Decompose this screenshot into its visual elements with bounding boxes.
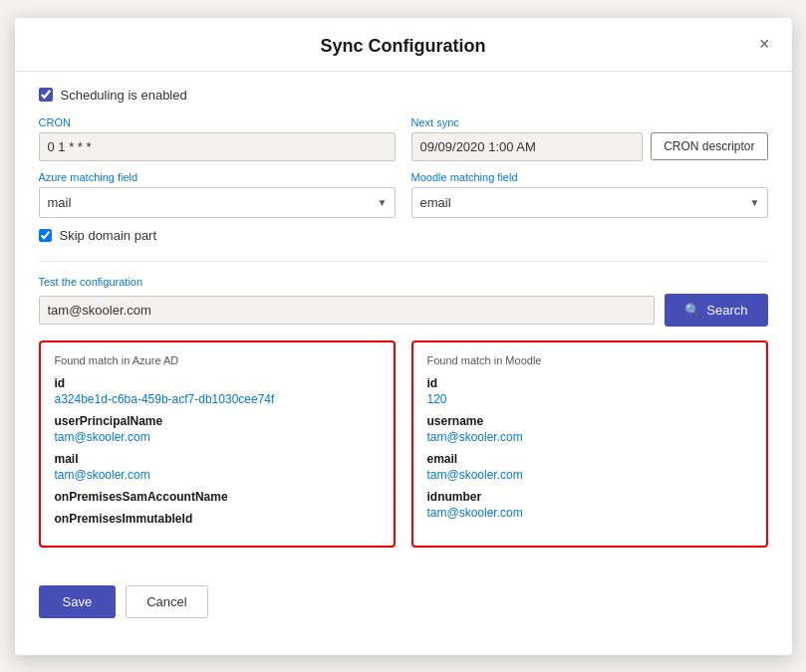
moodle-field-id-value: 120 [427, 392, 447, 406]
azure-matching-label: Azure matching field [39, 171, 396, 183]
azure-field-id: id a324be1d-c6ba-459b-acf7-db1030cee74f [55, 376, 380, 406]
cron-label: CRON [39, 116, 396, 128]
moodle-field-email-value: tam@skooler.com [427, 468, 523, 482]
cron-input[interactable] [39, 132, 396, 161]
moodle-field-username-value: tam@skooler.com [427, 430, 523, 444]
moodle-field-username: username tam@skooler.com [427, 414, 752, 444]
azure-result-box: Found match in Azure AD id a324be1d-c6ba… [39, 340, 396, 548]
divider [39, 261, 768, 262]
search-button-label: Search [706, 303, 747, 318]
next-sync-field-group: Next sync CRON descriptor [411, 116, 768, 161]
test-email-input[interactable] [39, 296, 656, 325]
modal-body: Scheduling is enabled CRON Next sync CRO… [15, 72, 792, 581]
azure-field-id-value: a324be1d-c6ba-459b-acf7-db1030cee74f [55, 392, 275, 406]
search-row: 🔍 Search [39, 294, 768, 327]
scheduling-checkbox[interactable] [39, 88, 53, 102]
azure-matching-group: Azure matching field mail userPrincipalN… [39, 171, 396, 218]
azure-matching-select[interactable]: mail userPrincipalName onPremisesSamAcco… [39, 187, 396, 218]
azure-matching-select-wrapper: mail userPrincipalName onPremisesSamAcco… [39, 187, 396, 218]
azure-field-id-name: id [55, 376, 380, 390]
azure-field-upn-name: userPrincipalName [55, 414, 380, 428]
cron-nextsync-row: CRON Next sync CRON descriptor [39, 116, 768, 161]
azure-field-sam: onPremisesSamAccountName [55, 490, 380, 504]
moodle-field-username-name: username [427, 414, 752, 428]
moodle-field-idnumber-name: idnumber [427, 490, 752, 504]
footer-buttons: Save Cancel [15, 585, 792, 618]
close-button[interactable]: × [753, 31, 776, 57]
moodle-field-idnumber-value: tam@skooler.com [427, 506, 523, 520]
moodle-result-box: Found match in Moodle id 120 username ta… [411, 340, 768, 548]
next-sync-input[interactable] [411, 132, 644, 161]
search-button[interactable]: 🔍 Search [665, 294, 767, 327]
moodle-field-idnumber: idnumber tam@skooler.com [427, 490, 752, 520]
save-button[interactable]: Save [39, 585, 117, 618]
azure-field-immutable-name: onPremisesImmutableId [55, 512, 380, 526]
moodle-matching-select[interactable]: email username idnumber [411, 187, 768, 218]
azure-field-upn: userPrincipalName tam@skooler.com [55, 414, 380, 444]
moodle-result-title: Found match in Moodle [427, 354, 752, 366]
cron-field-group: CRON [39, 116, 396, 161]
moodle-field-id: id 120 [427, 376, 752, 406]
scheduling-row: Scheduling is enabled [39, 88, 768, 103]
skip-domain-checkbox[interactable] [39, 229, 52, 242]
test-config-label: Test the configuration [39, 276, 768, 288]
skip-domain-row: Skip domain part [39, 228, 768, 243]
azure-field-sam-name: onPremisesSamAccountName [55, 490, 380, 504]
skip-domain-label: Skip domain part [60, 228, 157, 243]
matching-fields-row: Azure matching field mail userPrincipalN… [39, 171, 768, 218]
modal-header: Sync Configuration × [15, 18, 792, 72]
cron-descriptor-button[interactable]: CRON descriptor [651, 132, 767, 160]
azure-field-upn-value: tam@skooler.com [55, 430, 150, 444]
modal-title: Sync Configuration [321, 36, 486, 57]
search-icon: 🔍 [684, 303, 700, 318]
scheduling-label: Scheduling is enabled [61, 88, 187, 103]
azure-result-title: Found match in Azure AD [55, 354, 380, 366]
next-sync-label: Next sync [411, 116, 768, 128]
moodle-field-id-name: id [427, 376, 752, 390]
azure-field-mail-value: tam@skooler.com [55, 468, 150, 482]
sync-config-modal: Sync Configuration × Scheduling is enabl… [15, 18, 792, 655]
azure-field-immutable: onPremisesImmutableId [55, 512, 380, 526]
azure-field-mail: mail tam@skooler.com [55, 452, 380, 482]
moodle-field-email: email tam@skooler.com [427, 452, 752, 482]
azure-field-mail-name: mail [55, 452, 380, 466]
results-row: Found match in Azure AD id a324be1d-c6ba… [39, 340, 768, 548]
moodle-matching-label: Moodle matching field [411, 171, 768, 183]
cancel-button[interactable]: Cancel [126, 585, 207, 618]
moodle-matching-group: Moodle matching field email username idn… [411, 171, 768, 218]
next-sync-row: CRON descriptor [411, 132, 768, 161]
moodle-matching-select-wrapper: email username idnumber ▼ [411, 187, 768, 218]
test-email-input-wrap [39, 296, 656, 325]
moodle-field-email-name: email [427, 452, 752, 466]
